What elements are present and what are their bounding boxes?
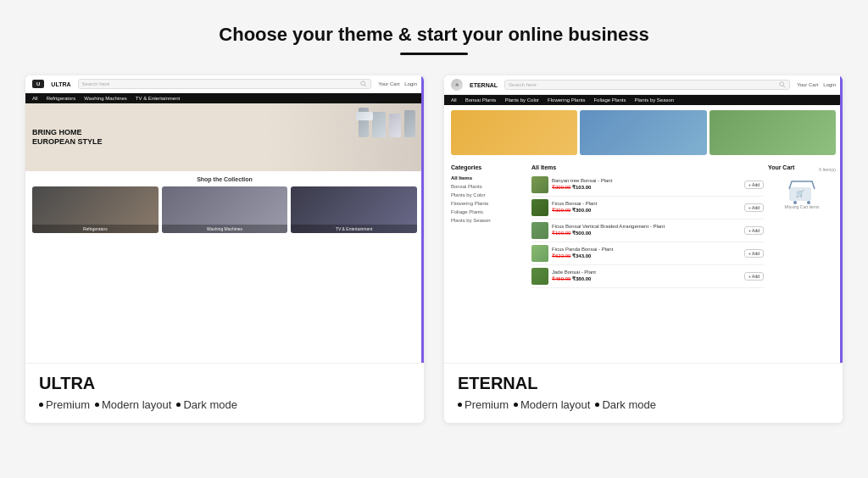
eternal-products: All Items Banyan tree Bonsai - Plant₹200…	[531, 164, 764, 288]
eternal-nav: ☘ ETERNAL Search here Your Cart Login	[444, 75, 843, 95]
product-row-3: Ficus Bonsai Vertical Braided Arrangemen…	[531, 220, 764, 242]
ultra-hero-line2: EUROPEAN STYLE	[32, 137, 103, 147]
feature-dot-icon	[458, 403, 462, 407]
ultra-feature-dark: Dark mode	[176, 398, 237, 411]
search-icon	[360, 81, 367, 87]
title-underline	[400, 53, 468, 55]
eternal-search-bar: Search here	[504, 80, 790, 90]
eternal-cart-panel-title: Your Cart	[768, 164, 794, 170]
ultra-feature-layout: Modern layout	[95, 398, 171, 411]
ultra-login-label: Login	[404, 81, 417, 86]
eternal-feature-layout: Modern layout	[514, 398, 590, 411]
collection-label-refrigerators: Refrigerators	[32, 225, 159, 233]
ultra-collection-title: Shop the Collection	[32, 176, 417, 182]
eternal-theme-name: ETERNAL	[458, 374, 829, 393]
eternal-nav-flowering: Flowering Plants	[548, 97, 585, 103]
product-row-2: Ficus Bonsai - Plant₹300.00 ₹300.00 + Ad…	[531, 197, 764, 220]
themes-grid: U ULTRA Search here Your Cart Login	[25, 75, 843, 423]
svg-point-2	[780, 82, 784, 86]
cart-empty-icon: 🛒	[785, 177, 819, 204]
ultra-nav-bar: All Refrigerators Washing Machines TV & …	[25, 93, 424, 103]
eternal-nav-color: Plants by Color	[504, 97, 539, 103]
product-new-price-5: ₹380.00	[572, 276, 591, 281]
product-name-2: Ficus Bonsai - Plant₹300.00 ₹300.00	[552, 201, 741, 214]
appliance-ac-icon	[356, 112, 373, 120]
eternal-cart-empty: 🛒 Missing Cart items	[768, 174, 836, 213]
eternal-feature-dark: Dark mode	[595, 398, 656, 411]
product-img-1	[531, 176, 548, 193]
add-to-cart-3[interactable]: + Add	[744, 226, 764, 235]
cat-all: All Items	[451, 174, 527, 182]
add-to-cart-5[interactable]: + Add	[744, 272, 764, 281]
collection-item-refrigerators: Refrigerators	[32, 186, 159, 233]
eternal-cart-empty-label: Missing Cart items	[784, 204, 819, 209]
eternal-cat-title: Categories	[451, 164, 527, 170]
add-to-cart-2[interactable]: + Add	[744, 203, 764, 212]
eternal-theme-info: ETERNAL Premium Modern layout Dark mode	[444, 364, 843, 423]
ultra-theme-info: ULTRA Premium Modern layout Dark mode	[25, 364, 424, 423]
svg-point-0	[361, 81, 365, 86]
product-old-price-1: ₹200.00	[552, 185, 570, 190]
theme-card-ultra[interactable]: U ULTRA Search here Your Cart Login	[25, 75, 424, 423]
product-new-price-2: ₹300.00	[572, 208, 591, 213]
cat-season: Plants by Season	[451, 216, 527, 225]
ultra-collection-grid: Refrigerators Washing Machines TV & Ente…	[32, 186, 417, 233]
eternal-nav-bar: All Bonsai Plants Plants by Color Flower…	[444, 95, 843, 105]
eternal-products-title: All Items	[531, 164, 764, 170]
eternal-banner-flowers	[451, 110, 577, 155]
ultra-collection: Shop the Collection Refrigerators Washin…	[25, 171, 424, 238]
eternal-cart-area: Your Cart Login	[797, 82, 836, 87]
eternal-theme-features: Premium Modern layout Dark mode	[458, 398, 829, 411]
eternal-search-placeholder: Search here	[509, 82, 537, 87]
eternal-nav-foliage: Foliage Plants	[593, 97, 626, 103]
ultra-hero-text: BRING HOME EUROPEAN STYLE	[32, 128, 103, 147]
eternal-login-label: Login	[823, 82, 836, 87]
feature-dot-icon	[95, 403, 99, 407]
ultra-search-bar: Search here	[78, 79, 372, 89]
cat-bonsai: Bonsai Plants	[451, 182, 527, 191]
eternal-cart-panel: Your Cart 0 Item(s) 🛒	[768, 164, 836, 288]
product-row-5: Jade Bonsai - Plant₹450.00 ₹380.00 + Add	[531, 265, 764, 288]
cat-color: Plants by Color	[451, 191, 527, 199]
collection-label-tv: TV & Entertainment	[291, 225, 417, 233]
ultra-logo-text: ULTRA	[51, 81, 70, 87]
appliance-fridge-icon	[372, 112, 386, 137]
ultra-cart-label: Your Cart	[378, 81, 399, 86]
product-row-4: Ficus Panda Bonsai - Plant₹623.00 ₹343.0…	[531, 242, 764, 265]
page-title: Choose your theme & start your online bu…	[25, 24, 843, 46]
cat-foliage: Foliage Plants	[451, 208, 527, 216]
eternal-banner-pots	[580, 110, 706, 155]
feature-dot-icon	[595, 403, 599, 407]
eternal-nav-bonsai: Bonsai Plants	[465, 97, 497, 103]
product-new-price-1: ₹103.00	[572, 185, 591, 190]
appliance-fridge2-icon	[404, 110, 415, 137]
eternal-nav-season: Plants by Season	[634, 97, 674, 103]
ultra-hero: BRING HOME EUROPEAN STYLE	[25, 103, 424, 171]
eternal-feature-premium: Premium	[458, 398, 509, 411]
svg-text:🛒: 🛒	[796, 189, 804, 197]
product-img-2	[531, 199, 548, 216]
theme-card-eternal[interactable]: ☘ ETERNAL Search here Your Cart Login	[444, 75, 843, 423]
eternal-logo-text: ETERNAL	[470, 82, 498, 88]
add-to-cart-1[interactable]: + Add	[744, 181, 764, 189]
product-img-4	[531, 245, 548, 262]
product-name-5: Jade Bonsai - Plant₹450.00 ₹380.00	[552, 270, 741, 283]
eternal-main-content: Categories All Items Bonsai Plants Plant…	[444, 160, 843, 292]
ultra-nav-tv: TV & Entertainment	[136, 96, 180, 101]
ultra-nav: U ULTRA Search here Your Cart Login	[25, 75, 424, 93]
appliance-washer-icon	[389, 114, 401, 137]
product-new-price-4: ₹343.00	[572, 253, 591, 258]
collection-label-washing: Washing Machines	[162, 225, 288, 233]
ultra-feature-premium: Premium	[39, 398, 90, 411]
add-to-cart-4[interactable]: + Add	[744, 249, 764, 258]
page-wrapper: Choose your theme & start your online bu…	[0, 0, 868, 478]
ultra-nav-refrigerators: Refrigerators	[47, 96, 76, 101]
ultra-search-placeholder: Search here	[82, 81, 110, 86]
product-old-price-3: ₹100.00	[552, 231, 570, 236]
feature-dot-icon	[39, 403, 43, 407]
ultra-preview: U ULTRA Search here Your Cart Login	[25, 75, 424, 364]
eternal-hero-banner	[444, 105, 843, 160]
product-old-price-2: ₹300.00	[552, 208, 570, 213]
eternal-categories: Categories All Items Bonsai Plants Plant…	[451, 164, 527, 288]
eternal-cart-count: 0 Item(s)	[819, 167, 836, 172]
